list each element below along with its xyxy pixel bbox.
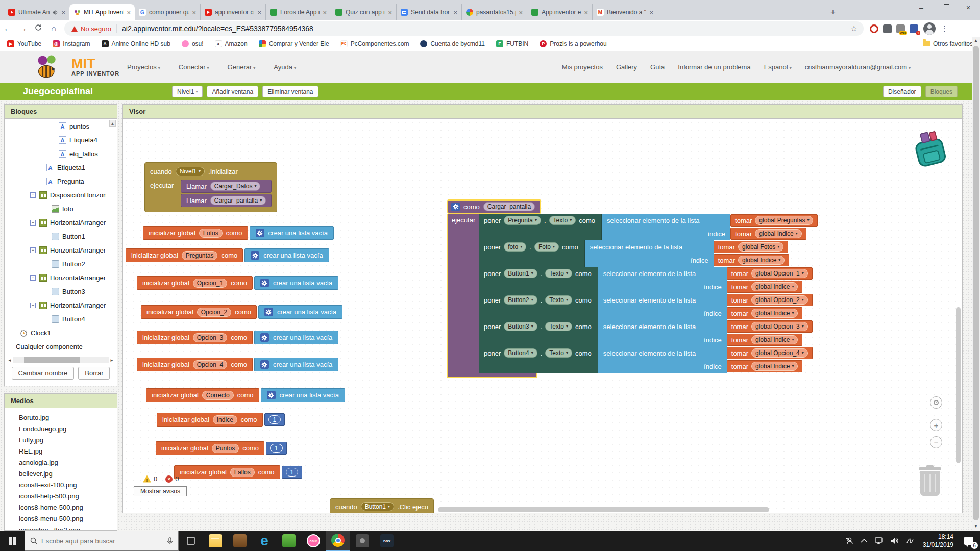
component-dropdown[interactable]: Pregunta▾ xyxy=(504,216,541,225)
select-list-item-block[interactable]: seleccionar elemento de la lista índice xyxy=(598,293,727,320)
set-property-row[interactable]: poner Button4▾. Texto▾ como seleccionar … xyxy=(479,346,818,373)
property-dropdown[interactable]: Texto▾ xyxy=(545,348,572,358)
tree-item[interactable]: −HorizontalArrangen xyxy=(5,243,106,257)
set-property-row[interactable]: poner Button2▾. Texto▾ como seleccionar … xyxy=(479,293,818,320)
bookmark[interactable]: AAnime Online HD sub xyxy=(102,40,170,47)
property-dropdown[interactable]: Texto▾ xyxy=(545,295,572,305)
get-variable-block[interactable]: tomarglobal Indice▾ xyxy=(714,254,790,266)
tree-item[interactable]: Button4 xyxy=(5,312,106,326)
variable-dropdown[interactable]: global Fotos▾ xyxy=(738,242,783,252)
tab-close-icon[interactable]: × xyxy=(323,9,327,16)
address-bar[interactable]: No seguro ai2.appinventor.mit.edu/?local… xyxy=(64,21,864,36)
variable-name-field[interactable]: Fotos xyxy=(199,229,223,238)
screen-dropdown[interactable]: Nivel1▾ xyxy=(176,167,205,176)
variable-dropdown[interactable]: global Opcion_2▾ xyxy=(751,295,808,305)
app-icon-green[interactable] xyxy=(277,531,301,551)
set-property-row[interactable]: poner Button3▾. Texto▾ como seleccionar … xyxy=(479,320,818,346)
tree-item[interactable]: Aetq_fallos xyxy=(5,147,106,161)
component-dropdown[interactable]: Button1▾ xyxy=(361,502,394,511)
menu-generar[interactable]: Generar▾ xyxy=(228,63,256,71)
minimize-button[interactable]: – xyxy=(910,0,933,15)
chrome-icon-active[interactable] xyxy=(326,531,350,551)
tab-close-icon[interactable]: × xyxy=(127,9,131,16)
tree-item[interactable]: APregunta xyxy=(5,174,106,188)
media-file[interactable]: icons8-help-500.png xyxy=(5,491,117,502)
variable-dropdown[interactable]: global Preguntas▾ xyxy=(755,216,813,225)
menu-proyectos[interactable]: Proyectos▾ xyxy=(127,63,160,71)
tree-item[interactable]: −HorizontalArrangen xyxy=(5,298,106,312)
tree-item[interactable]: AEtiqueta4 xyxy=(5,133,106,147)
variable-dropdown[interactable]: global Indice▾ xyxy=(751,362,798,371)
property-dropdown[interactable]: Foto▾ xyxy=(534,242,559,252)
variable-dropdown[interactable]: global Indice▾ xyxy=(755,229,801,238)
network-icon[interactable] xyxy=(873,531,886,551)
bookmark[interactable]: PCPcComponentes.com xyxy=(340,40,409,47)
create-empty-list-block[interactable]: crear una lista vacía xyxy=(254,276,338,290)
browser-tab[interactable]: Ultimate Anime × xyxy=(4,4,69,20)
tab-close-icon[interactable]: × xyxy=(192,9,196,16)
forward-icon[interactable]: → xyxy=(15,24,31,33)
select-list-item-block[interactable]: seleccionar elemento de la lista índice xyxy=(598,320,727,346)
property-dropdown[interactable]: Texto▾ xyxy=(549,216,576,225)
tree-vertical-scrollbar[interactable]: ▲ xyxy=(109,120,116,354)
call-procedure-block[interactable]: Llamar Cargar_Datos▾ xyxy=(181,180,272,193)
extension-icon[interactable] xyxy=(870,24,878,33)
get-variable-block[interactable]: tomarglobal Opcion_4▾ xyxy=(727,347,813,359)
people-icon[interactable] xyxy=(842,531,855,551)
media-file[interactable]: acnologia.jpg xyxy=(5,457,117,468)
scroll-down-icon[interactable]: ▼ xyxy=(972,522,980,531)
nox-icon[interactable]: nox xyxy=(375,531,399,551)
variable-dropdown[interactable]: global Opcion_4▾ xyxy=(751,348,808,358)
mutator-gear-icon[interactable] xyxy=(256,229,264,237)
variable-dropdown[interactable]: global Opcion_3▾ xyxy=(751,322,808,331)
app-icon-brown[interactable] xyxy=(228,531,252,551)
variable-dropdown[interactable]: global Indice▾ xyxy=(738,256,785,265)
variable-name-field[interactable]: Opcion_1 xyxy=(193,279,227,288)
media-file[interactable]: REL.jpg xyxy=(5,446,117,457)
variable-name-field[interactable]: Puntos xyxy=(212,444,239,453)
tree-item[interactable]: Apuntos xyxy=(5,119,106,133)
get-variable-block[interactable]: tomarglobal Opcion_2▾ xyxy=(727,294,813,306)
tree-item[interactable]: −HorizontalArrangen xyxy=(5,271,106,285)
get-variable-block[interactable]: tomarglobal Opcion_1▾ xyxy=(727,267,813,280)
browser-tab[interactable]: Send data from Scre × xyxy=(396,4,461,20)
screen-selector[interactable]: Nivel1▾ xyxy=(172,86,203,97)
mutator-gear-icon[interactable] xyxy=(264,308,273,316)
language-selector[interactable]: Español▾ xyxy=(764,63,792,71)
tree-item[interactable]: −HorizontalArrangen xyxy=(5,216,106,230)
canvas-horizontal-scrollbar[interactable] xyxy=(438,507,769,512)
menu-ayuda[interactable]: Ayuda▾ xyxy=(274,63,296,71)
variable-name-field[interactable]: Preguntas xyxy=(182,251,218,260)
get-variable-block[interactable]: tomarglobal Indice▾ xyxy=(727,360,803,372)
number-block[interactable]: 1 xyxy=(282,466,303,479)
property-dropdown[interactable]: Texto▾ xyxy=(545,322,572,331)
edge-icon[interactable]: e xyxy=(252,531,277,551)
media-file[interactable]: icons8-exit-100.png xyxy=(5,480,117,491)
create-empty-list-block[interactable]: crear una lista vacía xyxy=(261,388,345,402)
other-bookmarks[interactable]: Otros favoritos xyxy=(923,40,973,47)
component-dropdown[interactable]: foto▾ xyxy=(504,242,526,252)
url-text[interactable]: ai2.appinventor.mit.edu/?locale=es_ES#53… xyxy=(122,24,851,33)
collapse-icon[interactable]: − xyxy=(30,275,36,281)
get-variable-block[interactable]: tomarglobal Opcion_3▾ xyxy=(727,320,813,333)
mic-icon[interactable] xyxy=(167,537,173,544)
get-variable-block[interactable]: tomarglobal Fotos▾ xyxy=(714,241,789,253)
tree-item[interactable]: AEtiqueta1 xyxy=(5,161,106,174)
file-explorer-icon[interactable] xyxy=(203,531,228,551)
security-label[interactable]: No seguro xyxy=(81,25,111,33)
link-gallery[interactable]: Gallery xyxy=(616,63,637,71)
extension-icon[interactable] xyxy=(883,24,892,33)
bookmark[interactable]: Cuenta de bycmd11 xyxy=(420,40,485,47)
select-list-item-block[interactable]: seleccionar elemento de la lista índice xyxy=(598,346,727,373)
component-dropdown[interactable]: Button1▾ xyxy=(504,269,537,278)
procedure-definition-block[interactable]: como Cargar_pantalla ejecutar poner Preg… xyxy=(447,199,818,378)
bookmark[interactable]: osu! xyxy=(182,40,204,47)
link-report-issue[interactable]: Informar de un problema xyxy=(678,63,750,71)
tree-item[interactable]: Button2 xyxy=(5,257,106,271)
media-file[interactable]: icons8-home-500.png xyxy=(5,502,117,513)
media-file[interactable]: minombre...tter2.png xyxy=(5,524,117,531)
remove-screen-button[interactable]: Eliminar ventana xyxy=(262,86,318,97)
select-list-item-block[interactable]: seleccionar elemento de la lista índice xyxy=(598,267,727,293)
mutator-gear-icon[interactable] xyxy=(260,333,269,342)
init-global-block[interactable]: inicializar globalOpcion_4como crear una… xyxy=(137,358,338,371)
